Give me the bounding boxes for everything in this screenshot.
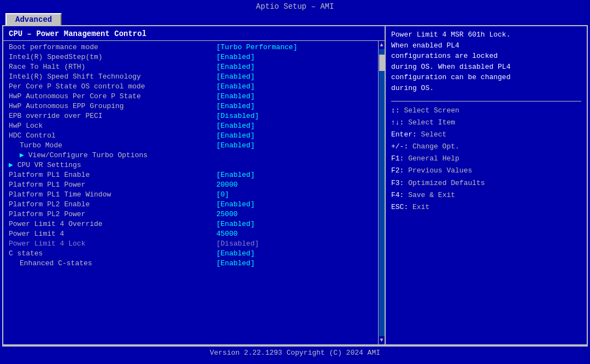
setting-name: Power Limit 4 [9, 230, 216, 238]
scrollbar[interactable]: ▲ ▼ [378, 41, 385, 344]
footer: Version 2.22.1293 Copyright (C) 2024 AMI [2, 345, 588, 359]
left-panel: CPU – Power Management Control Boot perf… [3, 26, 386, 344]
setting-name: Intel(R) SpeedStep(tm) [9, 53, 216, 61]
setting-row[interactable]: EPB override over PECI[Disabled] [3, 111, 378, 121]
key-action: Optimized Defaults [408, 179, 485, 187]
setting-value: [Enabled] [216, 82, 255, 91]
setting-row[interactable]: CPU VR Settings [3, 160, 378, 170]
help-line: configurations are locked [391, 51, 581, 62]
key-binding: F3: Optimized Defaults [391, 177, 581, 189]
tab-advanced[interactable]: Advanced [5, 13, 62, 25]
setting-value: [Enabled] [216, 92, 255, 100]
key-action: Select Screen [404, 106, 459, 115]
setting-row[interactable]: Turbo Mode[Enabled] [3, 140, 378, 150]
setting-name: Turbo Mode [9, 141, 216, 150]
key-binding: ↕: Select Screen [391, 105, 581, 117]
setting-name: HwP Autonomous EPP Grouping [9, 102, 216, 110]
help-line: configuration can be changed [391, 72, 581, 83]
key-label: +/-: [391, 142, 412, 151]
setting-name: Power Limit 4 Lock [9, 240, 216, 248]
main-content: CPU – Power Management Control Boot perf… [2, 25, 588, 345]
help-line: during OS. When disabled PL4 [391, 62, 581, 73]
scrollbar-thumb [379, 55, 385, 71]
setting-value: [Enabled] [216, 200, 255, 208]
setting-name: C states [9, 249, 216, 258]
setting-row[interactable]: Power Limit 4 Override[Enabled] [3, 219, 378, 229]
key-binding: F4: Save & Exit [391, 189, 581, 201]
setting-row[interactable]: HwP Autonomous EPP Grouping[Enabled] [3, 101, 378, 111]
setting-value: 45000 [216, 230, 238, 238]
help-line: during OS. [391, 83, 581, 94]
setting-value: [0] [216, 190, 229, 199]
setting-value: [Enabled] [216, 171, 255, 179]
key-action: Exit [412, 203, 429, 211]
key-action: Select Item [408, 118, 455, 127]
setting-row[interactable]: Power Limit 4 Lock[Disabled] [3, 238, 378, 248]
scroll-up-arrow[interactable]: ▲ [380, 41, 383, 49]
divider [391, 101, 581, 102]
tab-row: Advanced [0, 12, 590, 25]
setting-row[interactable]: Platform PL1 Enable[Enabled] [3, 170, 378, 180]
setting-row[interactable]: C states[Enabled] [3, 248, 378, 258]
scroll-down-arrow[interactable]: ▼ [380, 336, 383, 344]
setting-name: Boot performance mode [9, 43, 216, 51]
key-help: ↕: Select Screen↑↓: Select ItemEnter: Se… [391, 105, 581, 213]
key-label: F4: [391, 191, 408, 199]
setting-row[interactable]: Boot performance mode[Turbo Performance] [3, 42, 378, 52]
setting-name: CPU VR Settings [9, 160, 216, 169]
setting-row[interactable]: View/Configure Turbo Options [3, 150, 378, 160]
setting-name: Enhanced C-states [9, 259, 216, 267]
help-text: Power Limit 4 MSR 601h Lock.When enabled… [391, 29, 581, 93]
setting-value: [Enabled] [216, 102, 255, 110]
setting-row[interactable]: HwP Autonomous Per Core P State[Enabled] [3, 91, 378, 101]
setting-row[interactable]: Platform PL2 Enable[Enabled] [3, 199, 378, 209]
setting-name: HwP Autonomous Per Core P State [9, 92, 216, 100]
setting-name: Platform PL1 Power [9, 181, 216, 189]
setting-name: EPB override over PECI [9, 112, 216, 120]
setting-row[interactable]: Race To Halt (RTH)[Enabled] [3, 62, 378, 71]
app-title: Aptio Setup – AMI [256, 2, 334, 11]
setting-row[interactable]: Enhanced C-states[Enabled] [3, 258, 378, 268]
key-binding: +/-: Change Opt. [391, 141, 581, 153]
key-label: ↑↓: [391, 118, 408, 127]
setting-row[interactable]: Platform PL1 Time Window[0] [3, 189, 378, 199]
help-line: When enabled PL4 [391, 40, 581, 51]
setting-row[interactable]: Power Limit 445000 [3, 229, 378, 238]
footer-text: Version 2.22.1293 Copyright (C) 2024 AMI [210, 349, 380, 357]
setting-value: [Disabled] [216, 112, 259, 120]
setting-row[interactable]: HwP Lock[Enabled] [3, 121, 378, 130]
setting-name: HDC Control [9, 132, 216, 140]
setting-value: [Enabled] [216, 63, 255, 71]
key-binding: ESC: Exit [391, 201, 581, 213]
setting-row[interactable]: Intel(R) Speed Shift Technology[Enabled] [3, 71, 378, 81]
setting-value: 20000 [216, 181, 238, 189]
setting-name: Platform PL1 Time Window [9, 190, 216, 199]
setting-row[interactable]: Platform PL2 Power25000 [3, 209, 378, 219]
setting-name: View/Configure Turbo Options [9, 151, 216, 159]
settings-scroll-area: Boot performance mode[Turbo Performance]… [3, 41, 385, 344]
setting-value: [Enabled] [216, 220, 255, 228]
setting-value: 25000 [216, 210, 238, 218]
setting-name: Platform PL2 Power [9, 210, 216, 218]
settings-list: Boot performance mode[Turbo Performance]… [3, 41, 378, 344]
setting-name: Intel(R) Speed Shift Technology [9, 73, 216, 81]
key-label: F3: [391, 179, 408, 187]
key-binding: ↑↓: Select Item [391, 117, 581, 129]
setting-value: [Enabled] [216, 259, 255, 267]
setting-value: [Enabled] [216, 73, 255, 81]
setting-name: Platform PL2 Enable [9, 200, 216, 208]
setting-name: Race To Halt (RTH) [9, 63, 216, 71]
key-binding: F2: Previous Values [391, 165, 581, 177]
setting-row[interactable]: Intel(R) SpeedStep(tm)[Enabled] [3, 52, 378, 62]
setting-value: [Disabled] [216, 240, 259, 248]
setting-row[interactable]: HDC Control[Enabled] [3, 130, 378, 140]
setting-row[interactable]: Per Core P State OS control mode[Enabled… [3, 81, 378, 91]
key-label: ↕: [391, 106, 404, 115]
setting-row[interactable]: Platform PL1 Power20000 [3, 180, 378, 189]
setting-name: HwP Lock [9, 122, 216, 130]
key-action: Save & Exit [408, 191, 455, 199]
setting-value: [Enabled] [216, 249, 255, 258]
setting-name: Power Limit 4 Override [9, 220, 216, 228]
key-binding: Enter: Select [391, 129, 581, 141]
setting-name: Per Core P State OS control mode [9, 82, 216, 91]
